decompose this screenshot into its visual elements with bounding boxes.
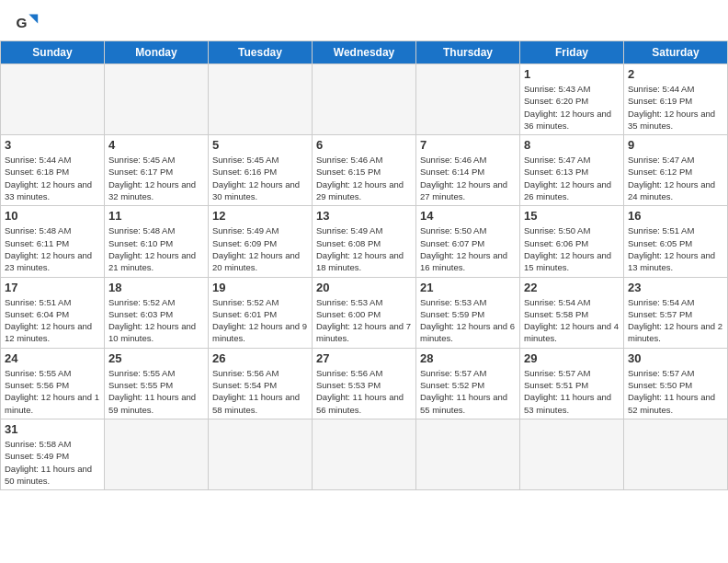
day-info: Sunrise: 5:57 AM Sunset: 5:52 PM Dayligh… [420, 367, 516, 416]
day-info: Sunrise: 5:46 AM Sunset: 6:15 PM Dayligh… [316, 154, 412, 202]
day-number: 18 [108, 281, 204, 294]
logo-icon: G [15, 9, 40, 35]
calendar-cell [313, 419, 416, 489]
calendar-cell: 27Sunrise: 5:56 AM Sunset: 5:53 PM Dayli… [313, 348, 416, 419]
calendar-week-row: 31Sunrise: 5:58 AM Sunset: 5:49 PM Dayli… [1, 419, 728, 489]
calendar-cell: 21Sunrise: 5:53 AM Sunset: 5:59 PM Dayli… [416, 277, 520, 348]
calendar-cell [209, 64, 313, 135]
day-number: 17 [5, 281, 100, 294]
day-info: Sunrise: 5:56 AM Sunset: 5:53 PM Dayligh… [316, 367, 412, 416]
weekday-row: SundayMondayTuesdayWednesdayThursdayFrid… [1, 41, 728, 64]
day-info: Sunrise: 5:54 AM Sunset: 5:58 PM Dayligh… [524, 296, 620, 345]
day-info: Sunrise: 5:51 AM Sunset: 6:05 PM Dayligh… [628, 224, 723, 273]
day-number: 31 [5, 422, 100, 436]
day-info: Sunrise: 5:50 AM Sunset: 6:06 PM Dayligh… [524, 224, 620, 273]
day-number: 7 [420, 138, 516, 152]
calendar-cell: 3Sunrise: 5:44 AM Sunset: 6:18 PM Daylig… [1, 135, 105, 206]
day-number: 24 [5, 351, 100, 365]
day-number: 13 [316, 209, 412, 223]
calendar-cell: 19Sunrise: 5:52 AM Sunset: 6:01 PM Dayli… [209, 277, 313, 348]
weekday-header-friday: Friday [520, 41, 624, 64]
calendar-cell: 28Sunrise: 5:57 AM Sunset: 5:52 PM Dayli… [416, 348, 520, 419]
weekday-header-sunday: Sunday [1, 41, 105, 64]
svg-marker-1 [28, 15, 38, 24]
calendar-cell: 14Sunrise: 5:50 AM Sunset: 6:07 PM Dayli… [416, 206, 520, 277]
day-number: 27 [316, 351, 412, 365]
calendar-week-row: 1Sunrise: 5:43 AM Sunset: 6:20 PM Daylig… [1, 64, 728, 135]
calendar-cell [313, 64, 416, 135]
calendar-cell: 17Sunrise: 5:51 AM Sunset: 6:04 PM Dayli… [1, 277, 105, 348]
day-number: 28 [420, 351, 516, 365]
day-number: 20 [316, 281, 412, 294]
day-number: 25 [108, 351, 204, 365]
day-number: 4 [108, 138, 204, 152]
weekday-header-tuesday: Tuesday [209, 41, 313, 64]
logo: G [15, 9, 44, 35]
calendar-cell: 20Sunrise: 5:53 AM Sunset: 6:00 PM Dayli… [313, 277, 416, 348]
day-number: 29 [524, 351, 620, 365]
calendar-cell [624, 419, 728, 489]
day-number: 15 [524, 209, 620, 223]
weekday-header-thursday: Thursday [416, 41, 520, 64]
day-number: 1 [524, 67, 620, 81]
day-info: Sunrise: 5:58 AM Sunset: 5:49 PM Dayligh… [5, 438, 100, 487]
calendar-cell: 9Sunrise: 5:47 AM Sunset: 6:12 PM Daylig… [624, 135, 728, 206]
calendar-cell: 2Sunrise: 5:44 AM Sunset: 6:19 PM Daylig… [624, 64, 728, 135]
day-info: Sunrise: 5:50 AM Sunset: 6:07 PM Dayligh… [420, 224, 516, 273]
day-info: Sunrise: 5:47 AM Sunset: 6:13 PM Dayligh… [524, 154, 620, 202]
calendar-cell: 31Sunrise: 5:58 AM Sunset: 5:49 PM Dayli… [1, 419, 105, 489]
day-info: Sunrise: 5:52 AM Sunset: 6:01 PM Dayligh… [212, 296, 308, 345]
calendar: SundayMondayTuesdayWednesdayThursdayFrid… [0, 40, 728, 490]
calendar-cell: 26Sunrise: 5:56 AM Sunset: 5:54 PM Dayli… [209, 348, 313, 419]
calendar-cell: 7Sunrise: 5:46 AM Sunset: 6:14 PM Daylig… [416, 135, 520, 206]
day-number: 23 [628, 281, 723, 294]
calendar-cell: 10Sunrise: 5:48 AM Sunset: 6:11 PM Dayli… [1, 206, 105, 277]
calendar-cell [416, 419, 520, 489]
day-number: 5 [212, 138, 308, 152]
calendar-cell: 5Sunrise: 5:45 AM Sunset: 6:16 PM Daylig… [209, 135, 313, 206]
calendar-cell: 30Sunrise: 5:57 AM Sunset: 5:50 PM Dayli… [624, 348, 728, 419]
calendar-cell [520, 419, 624, 489]
day-info: Sunrise: 5:44 AM Sunset: 6:19 PM Dayligh… [628, 83, 723, 132]
day-number: 26 [212, 351, 308, 365]
day-info: Sunrise: 5:48 AM Sunset: 6:11 PM Dayligh… [5, 224, 100, 273]
calendar-cell: 24Sunrise: 5:55 AM Sunset: 5:56 PM Dayli… [1, 348, 105, 419]
calendar-cell: 15Sunrise: 5:50 AM Sunset: 6:06 PM Dayli… [520, 206, 624, 277]
calendar-cell: 11Sunrise: 5:48 AM Sunset: 6:10 PM Dayli… [105, 206, 209, 277]
day-info: Sunrise: 5:49 AM Sunset: 6:09 PM Dayligh… [212, 224, 308, 273]
calendar-cell: 12Sunrise: 5:49 AM Sunset: 6:09 PM Dayli… [209, 206, 313, 277]
day-number: 3 [5, 138, 100, 152]
calendar-cell: 16Sunrise: 5:51 AM Sunset: 6:05 PM Dayli… [624, 206, 728, 277]
calendar-cell [416, 64, 520, 135]
day-info: Sunrise: 5:56 AM Sunset: 5:54 PM Dayligh… [212, 367, 308, 416]
day-number: 6 [316, 138, 412, 152]
day-info: Sunrise: 5:57 AM Sunset: 5:51 PM Dayligh… [524, 367, 620, 416]
calendar-cell: 22Sunrise: 5:54 AM Sunset: 5:58 PM Dayli… [520, 277, 624, 348]
day-info: Sunrise: 5:57 AM Sunset: 5:50 PM Dayligh… [628, 367, 723, 416]
calendar-cell: 13Sunrise: 5:49 AM Sunset: 6:08 PM Dayli… [313, 206, 416, 277]
calendar-cell: 1Sunrise: 5:43 AM Sunset: 6:20 PM Daylig… [520, 64, 624, 135]
day-number: 16 [628, 209, 723, 223]
day-number: 12 [212, 209, 308, 223]
calendar-week-row: 3Sunrise: 5:44 AM Sunset: 6:18 PM Daylig… [1, 135, 728, 206]
svg-text:G: G [16, 15, 27, 30]
calendar-week-row: 17Sunrise: 5:51 AM Sunset: 6:04 PM Dayli… [1, 277, 728, 348]
calendar-cell: 6Sunrise: 5:46 AM Sunset: 6:15 PM Daylig… [313, 135, 416, 206]
day-info: Sunrise: 5:45 AM Sunset: 6:17 PM Dayligh… [108, 154, 204, 202]
day-info: Sunrise: 5:54 AM Sunset: 5:57 PM Dayligh… [628, 296, 723, 345]
day-info: Sunrise: 5:43 AM Sunset: 6:20 PM Dayligh… [524, 83, 620, 132]
day-info: Sunrise: 5:51 AM Sunset: 6:04 PM Dayligh… [5, 296, 100, 345]
day-info: Sunrise: 5:52 AM Sunset: 6:03 PM Dayligh… [108, 296, 204, 345]
day-info: Sunrise: 5:44 AM Sunset: 6:18 PM Dayligh… [5, 154, 100, 202]
calendar-cell: 25Sunrise: 5:55 AM Sunset: 5:55 PM Dayli… [105, 348, 209, 419]
day-info: Sunrise: 5:55 AM Sunset: 5:56 PM Dayligh… [5, 367, 100, 416]
day-info: Sunrise: 5:45 AM Sunset: 6:16 PM Dayligh… [212, 154, 308, 202]
calendar-cell: 29Sunrise: 5:57 AM Sunset: 5:51 PM Dayli… [520, 348, 624, 419]
day-number: 8 [524, 138, 620, 152]
calendar-cell: 4Sunrise: 5:45 AM Sunset: 6:17 PM Daylig… [105, 135, 209, 206]
calendar-cell [105, 64, 209, 135]
calendar-cell [105, 419, 209, 489]
day-number: 19 [212, 281, 308, 294]
calendar-body: 1Sunrise: 5:43 AM Sunset: 6:20 PM Daylig… [1, 64, 728, 490]
day-info: Sunrise: 5:55 AM Sunset: 5:55 PM Dayligh… [108, 367, 204, 416]
